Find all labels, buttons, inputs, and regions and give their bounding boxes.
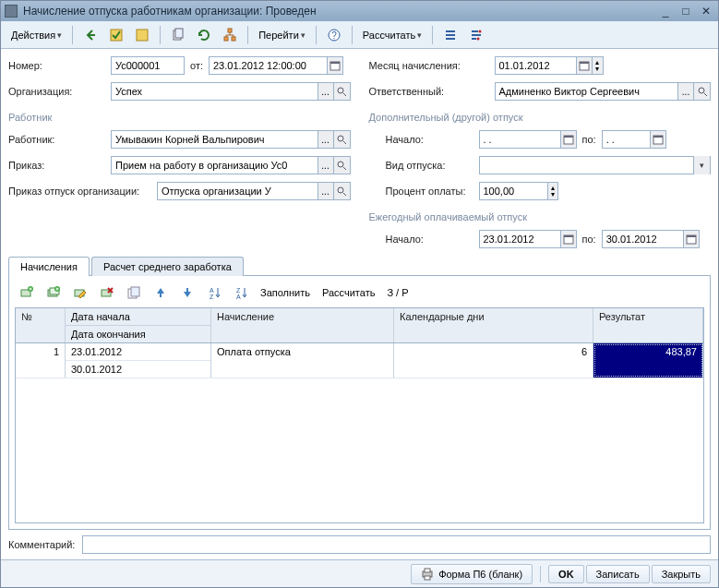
list-view-button[interactable] — [438, 25, 462, 45]
calendar-button[interactable] — [560, 230, 577, 248]
calendar-icon — [563, 134, 574, 145]
ellipsis-button[interactable]: ... — [318, 82, 334, 101]
comment-input[interactable] — [82, 535, 711, 554]
cell-result[interactable]: 483,87 — [593, 343, 703, 378]
add-start-input[interactable]: . . — [479, 130, 560, 149]
close-button[interactable]: ✕ — [698, 4, 714, 18]
app-icon — [5, 5, 18, 18]
search-button[interactable] — [694, 82, 711, 101]
svg-point-16 — [338, 187, 343, 193]
search-button[interactable] — [334, 82, 351, 101]
toolbar-separator — [352, 26, 353, 44]
calendar-button[interactable] — [576, 56, 593, 75]
structure-button[interactable] — [218, 25, 242, 45]
date-input[interactable]: 23.01.2012 12:00:00 — [209, 56, 327, 75]
additional-section-header: Дополнительный (другой) отпуск — [369, 112, 712, 123]
month-input[interactable]: 01.01.2012 — [495, 56, 576, 75]
th-days[interactable]: Календарные дни — [394, 308, 593, 342]
goto-menu[interactable]: Перейти ▾ — [254, 25, 310, 45]
calendar-button[interactable] — [650, 130, 666, 149]
dropdown-button[interactable]: ▾ — [693, 156, 710, 174]
actions-label: Действия — [11, 30, 55, 41]
vac-type-select[interactable]: ▾ — [479, 156, 712, 174]
ok-button[interactable]: OK — [548, 565, 584, 583]
save-button[interactable]: Записать — [586, 565, 650, 583]
unpost-icon — [135, 28, 150, 42]
chevron-down-icon: ▾ — [57, 30, 62, 40]
copy-icon — [126, 285, 141, 300]
calculate-menu[interactable]: Рассчитать ▾ — [358, 25, 426, 45]
cell-accrual[interactable]: Оплата отпуска — [211, 343, 394, 378]
th-result[interactable]: Результат — [593, 308, 703, 342]
unpost-button[interactable] — [130, 25, 154, 45]
add-row-button[interactable] — [15, 282, 39, 303]
calendar-button[interactable] — [560, 130, 577, 149]
copy-button[interactable] — [122, 282, 146, 303]
ellipsis-button[interactable]: ... — [318, 130, 334, 149]
copy-button[interactable] — [166, 25, 190, 45]
th-accrual[interactable]: Начисление — [211, 308, 394, 342]
help-icon: ? — [327, 28, 342, 42]
sort-desc-icon: ZA — [234, 285, 248, 300]
sort-desc-button[interactable]: ZA — [229, 282, 253, 303]
mode-button[interactable]: З / Р — [382, 282, 413, 303]
th-dates[interactable]: Дата начала Дата окончания — [66, 308, 211, 342]
vacation-order-input[interactable]: Отпуска организации У — [157, 182, 318, 200]
th-num[interactable]: № — [16, 308, 66, 342]
svg-rect-3 — [175, 29, 183, 38]
form-p6-button[interactable]: Форма П6 (бланк) — [411, 564, 533, 584]
help-button[interactable]: ? — [322, 25, 346, 45]
org-input[interactable]: Успех — [111, 82, 318, 101]
vac-type-label: Вид отпуска: — [386, 160, 473, 171]
svg-point-14 — [338, 136, 343, 141]
spinner-buttons[interactable]: ▴▾ — [547, 182, 558, 200]
search-button[interactable] — [334, 130, 351, 149]
ellipsis-button[interactable]: ... — [318, 156, 334, 174]
date-label: от: — [190, 60, 203, 71]
edit-row-button[interactable] — [68, 282, 92, 303]
actions-menu[interactable]: Действия ▾ — [6, 25, 66, 45]
order-input[interactable]: Прием на работу в организацию Ус0 — [111, 156, 318, 174]
ellipsis-button[interactable]: ... — [677, 82, 694, 101]
refresh-button[interactable] — [192, 25, 216, 45]
cell-days[interactable]: 6 — [394, 343, 593, 378]
annual-start-input[interactable]: 23.01.2012 — [479, 230, 560, 248]
table-row[interactable]: 1 23.01.2012 30.01.2012 Оплата отпуска 6… — [16, 343, 703, 378]
calc-button[interactable]: Рассчитать — [318, 282, 379, 303]
fill-button[interactable]: Заполнить — [256, 282, 315, 303]
settings-button[interactable] — [464, 25, 488, 45]
add-end-input[interactable]: . . — [602, 130, 650, 149]
copy-icon — [171, 28, 186, 42]
number-input[interactable]: Ус000001 — [111, 56, 185, 75]
add-copy-button[interactable] — [42, 282, 66, 303]
delete-icon — [100, 285, 114, 300]
spinner-buttons[interactable]: ▴▾ — [593, 56, 604, 75]
minimize-button[interactable]: _ — [657, 4, 674, 18]
calendar-icon — [330, 60, 341, 71]
cell-num[interactable]: 1 — [16, 343, 66, 378]
search-button[interactable] — [334, 156, 351, 174]
maximize-button[interactable]: □ — [677, 4, 694, 18]
calendar-button[interactable] — [327, 56, 343, 75]
chevron-down-icon: ▾ — [301, 30, 306, 40]
annual-end-input[interactable]: 30.01.2012 — [602, 230, 683, 248]
post-document-button[interactable] — [104, 25, 128, 45]
ellipsis-button[interactable]: ... — [318, 182, 334, 200]
delete-row-button[interactable] — [95, 282, 119, 303]
search-button[interactable] — [334, 182, 351, 200]
tab-average-salary[interactable]: Расчет среднего заработка — [91, 257, 244, 276]
pay-percent-label: Процент оплаты: — [386, 186, 473, 197]
move-up-button[interactable] — [149, 282, 173, 303]
tab-accruals[interactable]: Начисления — [8, 257, 90, 276]
back-button[interactable] — [78, 25, 102, 45]
sort-asc-button[interactable]: AZ — [202, 282, 226, 303]
calendar-button[interactable] — [683, 230, 700, 248]
pay-percent-input[interactable]: 100,00 — [479, 182, 547, 200]
cell-dates[interactable]: 23.01.2012 30.01.2012 — [66, 343, 211, 378]
move-down-button[interactable] — [175, 282, 199, 303]
close-form-button[interactable]: Закрыть — [652, 565, 711, 583]
resp-input[interactable]: Админенко Виктор Сергеевич — [495, 82, 678, 101]
employee-input[interactable]: Умывакин Корней Вальпирович — [111, 130, 318, 149]
svg-text:A: A — [210, 287, 214, 294]
toolbar-separator — [316, 26, 317, 44]
